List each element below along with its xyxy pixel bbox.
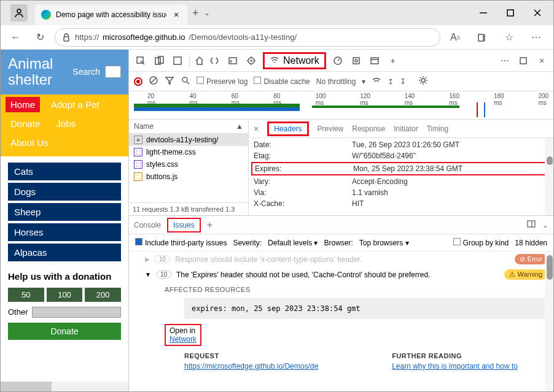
import-icon[interactable]: ↥ — [388, 77, 394, 86]
issue-row[interactable]: ▶ 10 Response should include 'x-content-… — [135, 252, 547, 267]
more-tabs-icon[interactable]: + — [386, 54, 400, 67]
menu-about[interactable]: About Us — [6, 135, 53, 150]
response-tab[interactable]: Response — [352, 125, 385, 133]
warning-badge: ⚠ Warning — [504, 269, 547, 280]
collections-button[interactable] — [472, 28, 492, 47]
search-input[interactable] — [105, 66, 121, 78]
category-alpacas[interactable]: Alpacas — [8, 244, 121, 261]
browser-select[interactable]: Top browsers ▾ — [359, 239, 409, 247]
console-tab[interactable]: Console — [134, 221, 161, 229]
filter-icon[interactable] — [165, 75, 174, 87]
close-detail-icon[interactable]: × — [254, 124, 259, 134]
svg-rect-5 — [64, 37, 69, 41]
clear-icon[interactable] — [149, 75, 158, 87]
issues-tab[interactable]: Issues — [167, 218, 201, 233]
address-bar: ← ↻ https://microsoftedge.github.io/Demo… — [1, 25, 553, 50]
initiator-tab[interactable]: Initiator — [394, 125, 418, 133]
network-settings-icon[interactable] — [418, 75, 428, 87]
tab-actions-icon[interactable]: ⌄ — [204, 9, 210, 17]
minimize-button[interactable] — [477, 7, 490, 19]
sort-icon[interactable]: ▲ — [236, 122, 243, 131]
drawer-more-icon[interactable]: + — [207, 220, 213, 231]
issues-scrollbar[interactable] — [545, 252, 553, 391]
drawer-dock-icon[interactable] — [526, 219, 536, 231]
request-row[interactable]: ⬚buttons.js — [129, 171, 248, 183]
network-conditions-icon[interactable] — [372, 75, 381, 87]
category-horses[interactable]: Horses — [8, 223, 121, 241]
network-tab[interactable]: Network — [263, 52, 326, 69]
throttling-select[interactable]: No throttling — [316, 77, 356, 86]
favorite-button[interactable]: ☆ — [499, 28, 519, 47]
tab-close-icon[interactable]: × — [171, 10, 181, 20]
headers-tab[interactable]: Headers — [267, 121, 308, 136]
welcome-icon[interactable] — [171, 54, 184, 67]
new-tab-button[interactable]: + — [192, 7, 199, 20]
profile-avatar[interactable] — [10, 4, 28, 21]
open-in-network[interactable]: Open in Network — [165, 324, 201, 346]
request-row[interactable]: ≡devtools-a11y-testing/ — [129, 134, 248, 146]
third-party-checkbox[interactable]: Include third-party issues — [135, 238, 227, 247]
group-checkbox[interactable]: Group by kind — [453, 238, 509, 247]
home-icon[interactable] — [189, 54, 203, 67]
throttling-caret-icon[interactable]: ▾ — [362, 77, 365, 86]
record-button[interactable] — [134, 77, 142, 86]
menu-jobs[interactable]: Jobs — [51, 116, 80, 131]
menu-home[interactable]: Home — [6, 97, 40, 112]
performance-icon[interactable] — [331, 54, 345, 67]
elements-icon[interactable] — [208, 54, 221, 67]
open-in-network-link[interactable]: Network — [170, 335, 197, 344]
menu-donate[interactable]: Donate — [6, 116, 45, 131]
more-button[interactable]: ⋯ — [526, 28, 546, 47]
memory-icon[interactable] — [349, 54, 363, 67]
collapse-icon[interactable]: ▼ — [145, 271, 151, 278]
request-row[interactable]: ⬚light-theme.css — [129, 146, 248, 158]
severity-label: Severity: — [233, 239, 262, 247]
issue-row[interactable]: ▼ 10 The 'Expires' header should not be … — [135, 267, 547, 282]
console-icon[interactable] — [226, 54, 240, 67]
request-link[interactable]: https://microsoftedge.github.io/Demos/de — [184, 362, 318, 371]
device-icon[interactable] — [152, 54, 166, 67]
url-input[interactable]: https://microsoftedge.github.io/Demos/de… — [55, 28, 440, 47]
request-row[interactable]: ⬚styles.css — [129, 158, 248, 171]
settings-more-icon[interactable]: ⋯ — [498, 54, 512, 67]
donate-200[interactable]: 200 — [85, 288, 121, 302]
browser-label: Browser: — [324, 239, 353, 247]
read-aloud-button[interactable]: A)) — [445, 28, 465, 47]
donate-button[interactable]: Donate — [8, 323, 121, 340]
category-cats[interactable]: Cats — [8, 163, 121, 180]
browser-tab[interactable]: Demo page with accessibility issues × — [35, 4, 187, 25]
disable-cache-checkbox[interactable]: Disable cache — [254, 77, 310, 86]
detail-scrollbar[interactable] — [545, 138, 553, 215]
horizontal-scrollbar[interactable] — [1, 382, 128, 391]
maximize-button[interactable] — [504, 7, 517, 19]
severity-select[interactable]: Default levels ▾ — [268, 239, 318, 247]
timing-tab[interactable]: Timing — [427, 125, 449, 133]
inspect-icon[interactable] — [134, 54, 147, 67]
preserve-log-checkbox[interactable]: Preserve log — [197, 77, 248, 86]
close-devtools-icon[interactable]: × — [535, 54, 548, 67]
drawer-collapse-icon[interactable]: ⌄ — [542, 221, 548, 229]
network-overview[interactable]: 20 ms 40 ms 60 ms 80 ms 100 ms 120 ms 14… — [129, 91, 553, 120]
other-amount-input[interactable] — [32, 307, 121, 318]
name-column-header[interactable]: Name — [134, 122, 154, 131]
donate-100[interactable]: 100 — [47, 288, 83, 302]
further-reading-link[interactable]: Learn why this is important and how to — [392, 362, 518, 371]
category-sheep[interactable]: Sheep — [8, 203, 121, 221]
search-icon[interactable] — [181, 75, 190, 87]
preview-tab[interactable]: Preview — [318, 125, 344, 133]
devtools-drawer: Console Issues + ⌄ Include third-party i… — [129, 215, 553, 391]
export-icon[interactable]: ↧ — [400, 77, 406, 86]
application-icon[interactable] — [368, 54, 381, 67]
sources-icon[interactable] — [244, 54, 258, 67]
close-window-button[interactable] — [531, 7, 544, 19]
search-label: Search — [72, 67, 99, 77]
expand-icon[interactable]: ▶ — [145, 256, 150, 263]
menu-adopt[interactable]: Adopt a Pet — [46, 97, 104, 112]
refresh-button[interactable]: ↻ — [30, 28, 50, 47]
issues-badge-icon[interactable] — [517, 54, 530, 67]
back-button[interactable]: ← — [6, 28, 25, 47]
donate-50[interactable]: 50 — [8, 288, 44, 302]
category-dogs[interactable]: Dogs — [8, 183, 121, 201]
svg-rect-18 — [371, 58, 378, 64]
css-icon: ⬚ — [134, 160, 142, 169]
